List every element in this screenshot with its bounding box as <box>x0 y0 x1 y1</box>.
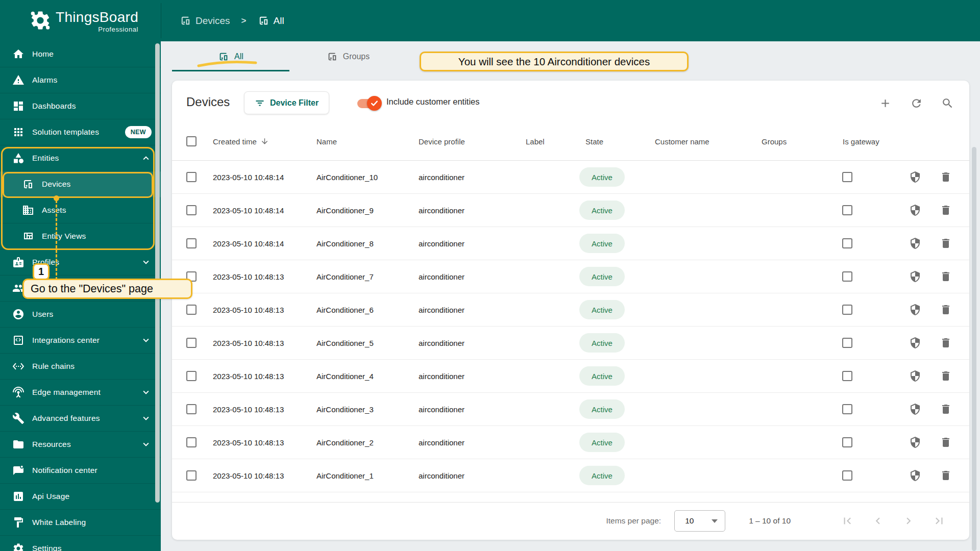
row-checkbox[interactable] <box>186 437 197 447</box>
security-shield-icon[interactable] <box>909 237 921 249</box>
entity-views-icon <box>22 230 34 242</box>
items-per-page-select[interactable]: 10 <box>674 510 725 532</box>
thingsboard-logo[interactable]: ThingsBoard Professional <box>29 9 138 33</box>
column-header-label[interactable]: Label <box>526 137 545 146</box>
is-gateway-checkbox[interactable] <box>842 205 852 215</box>
delete-trash-icon[interactable] <box>940 237 952 249</box>
breadcrumb-devices[interactable]: Devices <box>180 15 230 27</box>
row-checkbox[interactable] <box>186 205 197 215</box>
delete-trash-icon[interactable] <box>940 469 952 482</box>
previous-page-icon[interactable] <box>871 514 885 528</box>
row-checkbox[interactable] <box>186 470 197 481</box>
security-shield-icon[interactable] <box>909 436 921 448</box>
tab-all[interactable]: All <box>172 41 289 71</box>
sidebar-item-home[interactable]: Home <box>0 41 161 67</box>
table-row[interactable]: 2023-05-10 10:48:13AirConditioner_6airco… <box>172 293 969 327</box>
sidebar-item-resources[interactable]: Resources <box>0 432 161 458</box>
sidebar-item-settings[interactable]: Settings <box>0 536 161 551</box>
security-shield-icon[interactable] <box>909 469 921 482</box>
table-row[interactable]: 2023-05-10 10:48:13AirConditioner_3airco… <box>172 393 969 426</box>
delete-trash-icon[interactable] <box>940 304 952 316</box>
table-row[interactable]: 2023-05-10 10:48:13AirConditioner_7airco… <box>172 260 969 293</box>
select-all-checkbox[interactable] <box>186 136 197 146</box>
add-icon[interactable] <box>879 97 892 110</box>
delete-trash-icon[interactable] <box>940 403 952 415</box>
table-row[interactable]: 2023-05-10 10:48:13AirConditioner_1airco… <box>172 459 969 492</box>
is-gateway-checkbox[interactable] <box>842 470 852 481</box>
row-checkbox[interactable] <box>186 172 197 182</box>
sidebar-item-customers[interactable] <box>0 276 161 302</box>
security-shield-icon[interactable] <box>909 270 921 283</box>
is-gateway-checkbox[interactable] <box>842 404 852 414</box>
table-row[interactable]: 2023-05-10 10:48:13AirConditioner_5airco… <box>172 327 969 360</box>
security-shield-icon[interactable] <box>909 171 921 183</box>
row-checkbox[interactable] <box>186 338 197 348</box>
page-scrollbar[interactable] <box>972 147 976 551</box>
sidebar-item-api-usage[interactable]: Api Usage <box>0 484 161 510</box>
first-page-icon[interactable] <box>841 514 854 528</box>
table-row[interactable]: 2023-05-10 10:48:14AirConditioner_8airco… <box>172 227 969 260</box>
sidebar-item-notification-center[interactable]: Notification center <box>0 458 161 484</box>
security-shield-icon[interactable] <box>909 370 921 382</box>
cell-created-time: 2023-05-10 10:48:13 <box>213 372 284 381</box>
sidebar-item-white-labeling[interactable]: White Labeling <box>0 510 161 536</box>
sidebar-item-advanced-features[interactable]: Advanced features <box>0 406 161 432</box>
delete-trash-icon[interactable] <box>940 204 952 216</box>
next-page-icon[interactable] <box>902 514 915 528</box>
table-row[interactable]: 2023-05-10 10:48:13AirConditioner_4airco… <box>172 360 969 393</box>
sidebar-item-solution-templates[interactable]: Solution templatesNEW <box>0 119 161 145</box>
column-header-groups[interactable]: Groups <box>762 137 787 146</box>
sidebar-item-entities[interactable]: Entities <box>0 145 161 171</box>
sidebar-scrollbar[interactable] <box>155 43 160 503</box>
delete-trash-icon[interactable] <box>940 171 952 183</box>
sidebar-item-profiles[interactable]: Profiles <box>0 249 161 276</box>
is-gateway-checkbox[interactable] <box>842 371 852 381</box>
refresh-icon[interactable] <box>910 97 923 110</box>
delete-trash-icon[interactable] <box>940 370 952 382</box>
sidebar-item-assets[interactable]: Assets <box>0 197 161 223</box>
tab-groups[interactable]: Groups <box>289 41 407 71</box>
is-gateway-checkbox[interactable] <box>842 437 852 447</box>
is-gateway-checkbox[interactable] <box>842 172 852 182</box>
row-checkbox[interactable] <box>186 238 197 248</box>
include-customer-entities-toggle[interactable] <box>357 99 379 108</box>
column-header-name[interactable]: Name <box>316 137 337 146</box>
delete-trash-icon[interactable] <box>940 270 952 283</box>
sidebar-item-entity-views[interactable]: Entity Views <box>0 223 161 249</box>
column-header-state[interactable]: State <box>585 137 603 146</box>
search-icon[interactable] <box>941 97 954 110</box>
column-header-created-time[interactable]: Created time <box>213 137 269 146</box>
sidebar-item-integrations-center[interactable]: Integrations center <box>0 328 161 354</box>
breadcrumb-all[interactable]: All <box>258 15 284 27</box>
device-filter-button[interactable]: Device Filter <box>244 91 329 114</box>
row-checkbox[interactable] <box>186 305 197 315</box>
sidebar-item-dashboards[interactable]: Dashboards <box>0 93 161 119</box>
sidebar-item-alarms[interactable]: Alarms <box>0 67 161 93</box>
sidebar-item-edge-management[interactable]: Edge management <box>0 380 161 406</box>
column-header-is-gateway[interactable]: Is gateway <box>843 137 879 146</box>
delete-trash-icon[interactable] <box>940 337 952 349</box>
is-gateway-checkbox[interactable] <box>842 305 852 315</box>
table-row[interactable]: 2023-05-10 10:48:14AirConditioner_9airco… <box>172 194 969 227</box>
column-header-customer-name[interactable]: Customer name <box>655 137 709 146</box>
row-checkbox[interactable] <box>186 371 197 381</box>
row-checkbox[interactable] <box>186 404 197 414</box>
sidebar-item-devices[interactable]: Devices <box>0 171 161 197</box>
security-shield-icon[interactable] <box>909 403 921 415</box>
is-gateway-checkbox[interactable] <box>842 338 852 348</box>
row-checkbox[interactable] <box>186 271 197 282</box>
chevron-down-icon <box>140 257 152 268</box>
last-page-icon[interactable] <box>933 514 946 528</box>
is-gateway-checkbox[interactable] <box>842 238 852 248</box>
column-header-device-profile[interactable]: Device profile <box>419 137 465 146</box>
sidebar-item-users[interactable]: Users <box>0 302 161 328</box>
delete-trash-icon[interactable] <box>940 436 952 448</box>
table-row[interactable]: 2023-05-10 10:48:13AirConditioner_2airco… <box>172 426 969 459</box>
table-row[interactable]: 2023-05-10 10:48:14AirConditioner_10airc… <box>172 161 969 194</box>
security-shield-icon[interactable] <box>909 304 921 316</box>
security-shield-icon[interactable] <box>909 337 921 349</box>
sidebar-item-rule-chains[interactable]: Rule chains <box>0 354 161 380</box>
security-shield-icon[interactable] <box>909 204 921 216</box>
is-gateway-checkbox[interactable] <box>842 271 852 282</box>
breadcrumb-separator: > <box>241 16 247 26</box>
